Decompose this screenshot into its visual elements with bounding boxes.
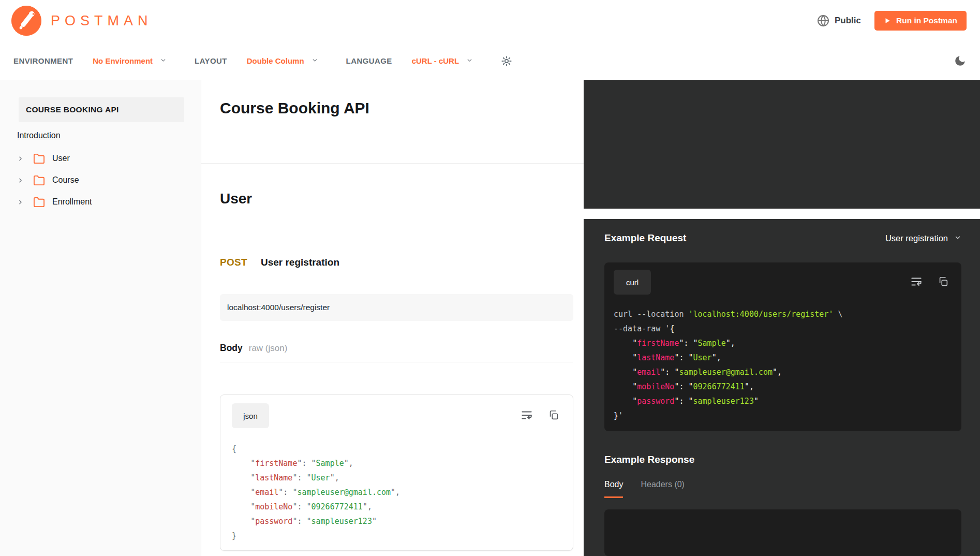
wrap-text-icon[interactable] [520, 408, 533, 422]
brand: POSTMAN [11, 6, 153, 36]
request-body-json: { "firstName": "Sample", "lastName": "Us… [232, 442, 565, 543]
example-panel-request-block: Example Request User registration curl [584, 219, 980, 556]
body-mode: raw (json) [249, 343, 288, 354]
top-header: POSTMAN Public Run in Postman [0, 0, 980, 41]
layout-select[interactable]: Double Column [247, 56, 318, 65]
code-language-chip: json [232, 403, 269, 428]
example-panel-upper-block [584, 80, 980, 209]
example-request-curl: curl --location 'localhost:4000/users/re… [614, 307, 954, 423]
dark-mode-toggle-moon-icon[interactable] [954, 54, 967, 67]
brand-wordmark: POSTMAN [51, 13, 153, 29]
chevron-right-icon [17, 177, 24, 184]
response-tabs: Body Headers (0) [604, 480, 961, 498]
sidebar-item-label: User [52, 154, 70, 163]
request-url: localhost:4000/users/register [227, 303, 330, 312]
sidebar-item-enrollment[interactable]: Enrollment [0, 191, 201, 213]
chevron-down-icon [466, 56, 473, 65]
run-in-postman-button[interactable]: Run in Postman [874, 11, 967, 31]
language-select[interactable]: cURL - cURL [412, 56, 473, 65]
sidebar-item-label: Enrollment [52, 197, 92, 207]
folder-icon [33, 174, 45, 186]
chevron-down-icon [311, 56, 318, 65]
copy-icon[interactable] [548, 409, 559, 421]
postman-logo-icon [11, 6, 41, 36]
environment-select[interactable]: No Environment [93, 56, 167, 65]
request-name: User registration [261, 257, 339, 268]
body-label: Body [220, 343, 243, 354]
tab-headers[interactable]: Headers (0) [641, 480, 684, 498]
sidebar-folder-list: User Course [0, 148, 201, 213]
sidebar: COURSE BOOKING API Introduction User [0, 80, 201, 556]
sidebar-item-label: Course [52, 175, 79, 185]
visibility-label: Public [835, 16, 861, 26]
content-row: COURSE BOOKING API Introduction User [0, 80, 980, 556]
example-request-selector[interactable]: User registration [885, 233, 961, 243]
environment-label: ENVIRONMENT [13, 56, 73, 65]
request-heading: POST User registration [220, 257, 573, 268]
code-language-chip: curl [614, 270, 651, 295]
example-request-title: Example Request [604, 232, 686, 244]
request-body-code-card: json [220, 394, 573, 551]
folder-icon [33, 196, 45, 208]
example-panel-gap [584, 209, 980, 219]
section-divider [201, 163, 584, 164]
language-label: LANGUAGE [346, 56, 392, 65]
folder-section-title: User [220, 191, 573, 207]
collection-title: COURSE BOOKING API [19, 97, 184, 122]
visibility-badge: Public [817, 14, 861, 27]
sidebar-item-introduction[interactable]: Introduction [17, 131, 61, 140]
sidebar-item-user[interactable]: User [0, 148, 201, 169]
wrap-text-icon[interactable] [910, 275, 923, 288]
chevron-down-icon [160, 56, 167, 65]
chevron-right-icon [17, 199, 24, 206]
doc-main-column: Course Booking API User POST User regist… [201, 80, 584, 556]
body-heading: Body raw (json) [220, 343, 573, 354]
postman-docs-page: POSTMAN Public Run in Postman [0, 0, 980, 556]
example-response-code-card [604, 509, 961, 556]
settings-gear-icon[interactable] [501, 55, 512, 67]
example-request-code-card: curl [604, 262, 961, 431]
tab-body[interactable]: Body [604, 480, 623, 498]
sidebar-item-course[interactable]: Course [0, 169, 201, 191]
play-icon [884, 17, 891, 24]
header-right: Public Run in Postman [817, 11, 967, 31]
settings-toolbar: ENVIRONMENT No Environment LAYOUT Double… [0, 41, 980, 80]
layout-label: LAYOUT [195, 56, 227, 65]
body-divider [220, 362, 573, 362]
example-response-title: Example Response [604, 454, 961, 465]
chevron-down-icon [954, 233, 961, 243]
folder-icon [33, 153, 45, 165]
request-url-box: localhost:4000/users/register [220, 294, 573, 321]
page-title: Course Booking API [220, 80, 573, 117]
copy-icon[interactable] [938, 276, 949, 287]
globe-icon [817, 14, 829, 27]
example-panel: Example Request User registration curl [584, 80, 980, 556]
chevron-right-icon [17, 155, 24, 162]
request-method-badge: POST [220, 257, 247, 268]
